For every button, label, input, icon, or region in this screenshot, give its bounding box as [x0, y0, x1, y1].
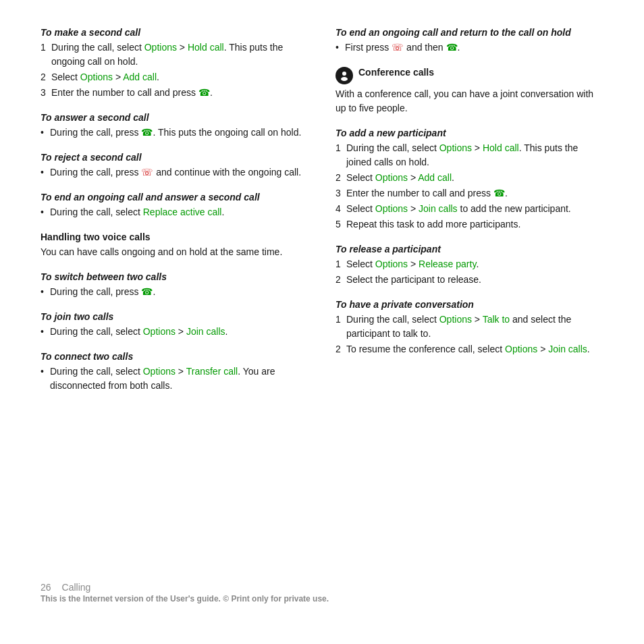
hold-call-link: Hold call: [188, 42, 224, 53]
options-link: Options: [375, 172, 408, 183]
list-item: 4 Select Options > Join calls to add the…: [336, 202, 603, 216]
conference-header: Conference calls: [336, 67, 603, 84]
release-party-link: Release party: [419, 259, 476, 269]
add-call-link: Add call: [123, 72, 157, 82]
svg-point-1: [341, 77, 348, 81]
list-item: During the call, press ☏ and continue wi…: [41, 165, 308, 180]
list-item: During the call, select Options > Join c…: [41, 325, 308, 339]
numbered-list: 1 During the call, select Options > Hold…: [41, 41, 308, 100]
bullet-list: During the call, select Replace active c…: [41, 205, 308, 219]
call-icon-green: ☎: [198, 86, 210, 100]
section-answer-second-call: To answer a second call During the call,…: [41, 112, 308, 141]
options-link: Options: [375, 203, 408, 214]
options-link: Options: [505, 344, 537, 354]
section-handling-two-calls: Handling two voice calls You can have ca…: [41, 232, 308, 261]
section-add-participant: To add a new participant 1 During the ca…: [336, 128, 603, 233]
talk-to-link: Talk to: [483, 314, 510, 325]
section-make-second-call: To make a second call 1 During the call,…: [41, 27, 308, 101]
section-connect-two-calls: To connect two calls During the call, se…: [41, 351, 308, 394]
hold-call-link: Hold call: [483, 142, 519, 153]
page-number: 26: [41, 582, 51, 593]
transfer-call-link: Transfer call: [186, 366, 238, 377]
replace-active-link: Replace active call: [143, 207, 222, 217]
numbered-list: 1 Select Options > Release party. 2 Sele…: [336, 257, 603, 287]
section-title: To end an ongoing call and answer a seco…: [41, 192, 308, 203]
bullet-list: During the call, press ☏ and continue wi…: [41, 165, 308, 180]
list-item: During the call, select Options > Transf…: [41, 365, 308, 393]
options-link: Options: [80, 72, 113, 82]
section-switch-calls: To switch between two calls During the c…: [41, 271, 308, 300]
section-title: To connect two calls: [41, 351, 308, 362]
numbered-list: 1 During the call, select Options > Talk…: [336, 313, 603, 356]
right-column: To end an ongoing call and return to the…: [336, 27, 603, 568]
speaker-icon: [339, 70, 350, 81]
bullet-list: During the call, select Options > Join c…: [41, 325, 308, 339]
bullet-list: First press ☏ and then ☎.: [336, 41, 603, 55]
section-title: To have a private conversation: [336, 299, 603, 310]
svg-point-0: [342, 72, 346, 76]
options-link: Options: [439, 142, 472, 153]
options-link: Options: [439, 314, 472, 325]
page: To make a second call 1 During the call,…: [0, 0, 644, 644]
list-item: 3 Enter the number to call and press ☎.: [336, 186, 603, 200]
list-item: 1 During the call, select Options > Talk…: [336, 313, 603, 341]
list-item: 2 Select Options > Add call.: [336, 171, 603, 185]
list-item: 1 Select Options > Release party.: [336, 257, 603, 271]
section-join-two-calls: To join two calls During the call, selec…: [41, 311, 308, 340]
options-link: Options: [144, 42, 177, 53]
call-icon-green: ☎: [141, 126, 153, 140]
list-item: 3 Enter the number to call and press ☎.: [41, 86, 308, 100]
list-item: During the call, press ☎.: [41, 285, 308, 299]
list-item: First press ☏ and then ☎.: [336, 41, 603, 55]
section-title: To add a new participant: [336, 128, 603, 138]
list-item: 1 During the call, select Options > Hold…: [336, 141, 603, 169]
section-title: To release a participant: [336, 244, 603, 254]
footer: 26 Calling This is the Internet version …: [41, 568, 603, 603]
join-calls-link: Join calls: [548, 344, 587, 354]
numbered-list: 1 During the call, select Options > Hold…: [336, 141, 603, 232]
section-end-answer-second: To end an ongoing call and answer a seco…: [41, 192, 308, 221]
options-link: Options: [143, 326, 176, 337]
section-title: To switch between two calls: [41, 271, 308, 282]
bullet-list: During the call, press ☎.: [41, 285, 308, 299]
left-column: To make a second call 1 During the call,…: [41, 27, 308, 568]
section-title: To end an ongoing call and return to the…: [336, 27, 603, 38]
section-title: To join two calls: [41, 311, 308, 322]
call-icon-red: ☏: [392, 41, 404, 55]
section-end-return-hold: To end an ongoing call and return to the…: [336, 27, 603, 56]
content-columns: To make a second call 1 During the call,…: [41, 27, 603, 568]
bullet-list: During the call, select Options > Transf…: [41, 365, 308, 393]
list-item: During the call, press ☎. This puts the …: [41, 126, 308, 140]
list-item: 1 During the call, select Options > Hold…: [41, 41, 308, 69]
conference-icon: [336, 67, 353, 84]
list-item: 2 Select Options > Add call.: [41, 70, 308, 84]
bullet-list: During the call, press ☎. This puts the …: [41, 126, 308, 140]
list-item: 2 To resume the conference call, select …: [336, 342, 603, 356]
section-title: To make a second call: [41, 27, 308, 38]
options-link: Options: [375, 259, 408, 269]
join-calls-link: Join calls: [419, 203, 458, 214]
list-item: During the call, select Replace active c…: [41, 205, 308, 219]
page-label: Calling: [62, 582, 91, 593]
call-icon-green: ☎: [141, 285, 153, 299]
section-title: Handling two voice calls: [41, 232, 308, 242]
section-title: To reject a second call: [41, 152, 308, 163]
list-item: 2 Select the participant to release.: [336, 273, 603, 287]
call-icon-green: ☎: [446, 41, 458, 55]
section-title: Conference calls: [358, 67, 434, 78]
section-reject-second-call: To reject a second call During the call,…: [41, 152, 308, 181]
section-conference-calls: Conference calls With a conference call,…: [336, 67, 603, 117]
options-link: Options: [143, 366, 176, 377]
para: You can have calls ongoing and on hold a…: [41, 245, 308, 259]
footer-note: This is the Internet version of the User…: [41, 594, 603, 603]
add-call-link: Add call: [418, 172, 452, 183]
section-private-conversation: To have a private conversation 1 During …: [336, 299, 603, 358]
list-item: 5 Repeat this task to add more participa…: [336, 217, 603, 232]
para: With a conference call, you can have a j…: [336, 87, 603, 115]
call-icon-green: ☎: [493, 186, 505, 200]
call-icon-red: ☏: [141, 165, 153, 180]
section-release-participant: To release a participant 1 Select Option…: [336, 244, 603, 288]
join-calls-link: Join calls: [186, 326, 225, 337]
section-title: To answer a second call: [41, 112, 308, 123]
